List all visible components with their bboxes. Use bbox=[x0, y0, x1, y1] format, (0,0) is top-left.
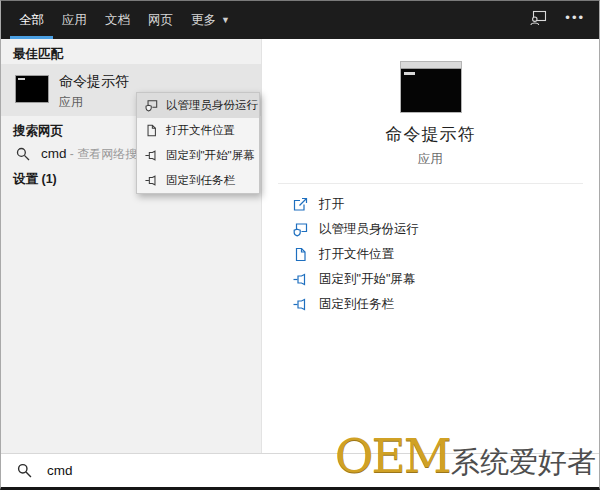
tab-apps[interactable]: 应用 bbox=[53, 1, 96, 39]
preview-subtitle: 应用 bbox=[262, 151, 599, 168]
open-icon bbox=[293, 197, 308, 212]
file-location-icon bbox=[293, 247, 308, 262]
search-web-header: 搜索网页 bbox=[13, 123, 63, 140]
taskbar-search-box[interactable] bbox=[1, 453, 599, 487]
chevron-down-icon: ▼ bbox=[221, 15, 230, 25]
preview-pane: 命令提示符 应用 打开 以管理员身份运行 bbox=[261, 39, 599, 455]
pin-icon bbox=[293, 272, 308, 287]
pin-icon bbox=[293, 297, 308, 312]
tab-web[interactable]: 网页 bbox=[139, 1, 182, 39]
pin-icon bbox=[145, 174, 158, 187]
search-input[interactable] bbox=[45, 462, 349, 479]
menu-open-file-location[interactable]: 打开文件位置 bbox=[137, 118, 259, 143]
divider bbox=[278, 183, 583, 184]
feedback-person-icon[interactable] bbox=[530, 10, 547, 30]
best-match-header: 最佳匹配 bbox=[13, 46, 63, 63]
pin-icon bbox=[145, 149, 158, 162]
cmd-terminal-icon-large bbox=[400, 61, 462, 113]
web-query: cmd bbox=[41, 146, 67, 161]
shield-admin-icon bbox=[293, 222, 308, 237]
menu-run-as-admin[interactable]: 以管理员身份运行 bbox=[137, 93, 259, 118]
action-open-file-location[interactable]: 打开文件位置 bbox=[262, 242, 599, 267]
best-match-subtitle: 应用 bbox=[59, 94, 83, 111]
file-location-icon bbox=[145, 124, 158, 137]
menu-pin-to-start[interactable]: 固定到"开始"屏幕 bbox=[137, 143, 259, 168]
search-icon bbox=[16, 147, 30, 161]
tab-all[interactable]: 全部 bbox=[10, 1, 53, 39]
shield-admin-icon bbox=[145, 99, 158, 112]
preview-actions: 打开 以管理员身份运行 打开文件位置 bbox=[262, 192, 599, 317]
best-match-title: 命令提示符 bbox=[59, 73, 129, 91]
settings-header: 设置 (1) bbox=[13, 171, 57, 188]
action-pin-to-start[interactable]: 固定到"开始"屏幕 bbox=[262, 267, 599, 292]
tab-documents[interactable]: 文档 bbox=[96, 1, 139, 39]
search-filter-tabbar: 全部 应用 文档 网页 更多▼ ••• bbox=[1, 1, 599, 39]
menu-pin-to-taskbar[interactable]: 固定到任务栏 bbox=[137, 168, 259, 193]
context-menu: 以管理员身份运行 打开文件位置 固定到"开始"屏幕 固定到任务栏 bbox=[136, 92, 260, 194]
search-icon bbox=[17, 463, 32, 478]
preview-title: 命令提示符 bbox=[262, 123, 599, 146]
action-pin-to-taskbar[interactable]: 固定到任务栏 bbox=[262, 292, 599, 317]
tab-more[interactable]: 更多▼ bbox=[182, 1, 239, 39]
search-flyout-window: 全部 应用 文档 网页 更多▼ ••• 最佳匹配 命令提示符 应用 bbox=[0, 0, 600, 490]
action-open[interactable]: 打开 bbox=[262, 192, 599, 217]
more-options-icon[interactable]: ••• bbox=[565, 11, 585, 30]
cmd-terminal-icon bbox=[15, 75, 49, 103]
action-run-as-admin[interactable]: 以管理员身份运行 bbox=[262, 217, 599, 242]
